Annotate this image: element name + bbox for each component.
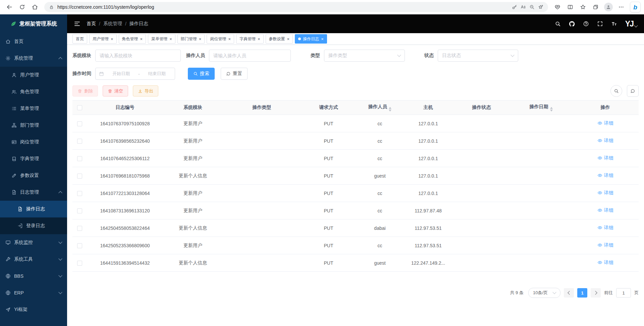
goto-page-input[interactable] xyxy=(616,288,631,298)
breadcrumb-system-mgmt[interactable]: 系统管理 xyxy=(103,21,122,27)
tab-user-mgmt[interactable]: 用户管理× xyxy=(89,34,117,44)
detail-link[interactable]: 详细 xyxy=(597,207,613,213)
operator-input[interactable] xyxy=(209,50,291,62)
close-tab-icon[interactable]: × xyxy=(111,37,113,41)
detail-link[interactable]: 详细 xyxy=(597,190,613,196)
profile-button[interactable] xyxy=(602,1,614,13)
sidebar-item-role-mgmt[interactable]: 角色管理 xyxy=(0,83,67,100)
detail-link[interactable]: 详细 xyxy=(597,225,613,231)
tab-post-mgmt[interactable]: 岗位管理× xyxy=(207,34,234,44)
header-operator-sortable[interactable]: 操作人员 xyxy=(356,101,404,115)
page-1-button[interactable]: 1 xyxy=(577,288,587,298)
sidebar-item-log-mgmt[interactable]: 日志管理 xyxy=(0,184,67,201)
favorites-button[interactable] xyxy=(577,1,589,13)
detail-link[interactable]: 详细 xyxy=(597,242,613,248)
row-checkbox[interactable] xyxy=(77,243,82,248)
sidebar-item-yi-framework[interactable]: Yi框架 xyxy=(0,301,67,318)
sidebar-item-param-settings[interactable]: 参数设置 xyxy=(0,167,67,184)
next-page-button[interactable] xyxy=(591,288,601,298)
header-search-button[interactable] xyxy=(555,21,561,27)
close-tab-icon[interactable]: × xyxy=(169,37,172,41)
browser-essentials-button[interactable] xyxy=(551,1,564,13)
sidebar-item-system-monitor[interactable]: 系统监控 xyxy=(0,234,67,251)
sidebar-item-dept-mgmt[interactable]: 部门管理 xyxy=(0,117,67,134)
delete-button[interactable]: 删除 xyxy=(72,85,98,96)
bing-chat-button[interactable]: b xyxy=(630,2,641,12)
detail-link[interactable]: 详细 xyxy=(597,173,613,179)
breadcrumb-home[interactable]: 首页 xyxy=(87,21,96,27)
detail-link[interactable]: 详细 xyxy=(597,155,613,161)
sidebar-item-bbs[interactable]: BBS xyxy=(0,268,67,284)
refresh-table-button[interactable] xyxy=(627,85,639,97)
page-size-select[interactable]: 10条/页 xyxy=(528,288,560,298)
address-bar[interactable]: https://ccnetcore.com:1101/system/log/op… xyxy=(44,2,548,12)
tab-menu-mgmt[interactable]: 菜单管理× xyxy=(148,34,175,44)
toggle-search-button[interactable] xyxy=(610,85,622,97)
clear-button[interactable]: 清空 xyxy=(103,85,128,96)
tab-role-mgmt[interactable]: 角色管理× xyxy=(119,34,146,44)
row-checkbox[interactable] xyxy=(77,208,82,213)
detail-link[interactable]: 详细 xyxy=(597,138,613,144)
tab-dept-mgmt[interactable]: 部门管理× xyxy=(177,34,205,44)
cell-checkbox xyxy=(72,132,87,150)
export-button[interactable]: 导出 xyxy=(133,85,158,96)
close-tab-icon[interactable]: × xyxy=(228,37,231,41)
row-checkbox[interactable] xyxy=(77,226,82,231)
url-text[interactable]: https://ccnetcore.com:1101/system/log/op… xyxy=(57,4,508,10)
row-checkbox[interactable] xyxy=(77,174,82,179)
tab-dict-mgmt[interactable]: 字典管理× xyxy=(236,34,264,44)
type-select[interactable]: 操作类型 xyxy=(324,50,405,62)
status-select[interactable]: 日志状态 xyxy=(438,50,518,62)
sidebar-item-dict-mgmt[interactable]: 字典管理 xyxy=(0,150,67,167)
sidebar-item-system-mgmt[interactable]: 系统管理 xyxy=(0,50,67,67)
tab-param-settings[interactable]: 参数设置× xyxy=(266,34,293,44)
sort-carets-icon[interactable] xyxy=(389,107,391,112)
close-tab-icon[interactable]: × xyxy=(199,37,202,41)
zoom-out-icon[interactable] xyxy=(529,4,535,10)
add-favorite-icon[interactable] xyxy=(538,4,543,10)
read-aloud-icon[interactable] xyxy=(521,4,526,10)
row-checkbox[interactable] xyxy=(77,156,82,161)
detail-link[interactable]: 详细 xyxy=(597,260,613,266)
password-key-icon[interactable] xyxy=(512,4,517,10)
sidebar-item-post-mgmt[interactable]: 岗位管理 xyxy=(0,134,67,150)
sidebar-item-home[interactable]: 首页 xyxy=(0,33,67,50)
sidebar-item-erp[interactable]: ERP xyxy=(0,284,67,301)
tab-oper-log[interactable]: 操作日志× xyxy=(295,34,327,44)
search-button[interactable]: 搜索 xyxy=(188,68,215,80)
sort-carets-icon[interactable] xyxy=(550,107,553,112)
detail-link[interactable]: 详细 xyxy=(597,120,613,126)
select-all-checkbox[interactable] xyxy=(77,105,82,110)
sidebar-item-menu-mgmt[interactable]: 菜单管理 xyxy=(0,100,67,117)
fullscreen-button[interactable] xyxy=(597,21,603,27)
prev-page-button[interactable] xyxy=(564,288,574,298)
reset-button[interactable]: 重置 xyxy=(221,68,248,80)
row-checkbox[interactable] xyxy=(77,121,82,126)
sidebar-item-system-tools[interactable]: 系统工具 xyxy=(0,251,67,268)
date-range-picker[interactable]: 开始日期 - 结束日期 xyxy=(95,68,175,80)
sidebar-item-user-mgmt[interactable]: 用户管理 xyxy=(0,67,67,83)
row-checkbox[interactable] xyxy=(77,261,82,266)
close-tab-icon[interactable]: × xyxy=(287,37,290,41)
row-checkbox[interactable] xyxy=(77,139,82,144)
collections-button[interactable] xyxy=(590,1,602,13)
close-tab-icon[interactable]: × xyxy=(140,37,143,41)
user-menu[interactable]: YJ xyxy=(625,20,637,28)
font-size-button[interactable] xyxy=(611,21,617,27)
sidebar-item-oper-log[interactable]: 操作日志 xyxy=(0,201,67,217)
row-checkbox[interactable] xyxy=(77,191,82,196)
header-date-sortable[interactable]: 操作日期 xyxy=(510,101,572,115)
browser-refresh-button[interactable] xyxy=(16,1,28,13)
tab-home[interactable]: 首页 xyxy=(72,34,87,44)
help-button[interactable] xyxy=(583,21,589,27)
browser-menu-button[interactable] xyxy=(615,1,627,13)
sidebar-toggle-button[interactable] xyxy=(74,20,80,27)
github-button[interactable] xyxy=(569,21,575,27)
close-tab-icon[interactable]: × xyxy=(258,37,260,41)
close-tab-icon[interactable]: × xyxy=(321,37,324,41)
sidebar-item-login-log[interactable]: 登录日志 xyxy=(0,217,67,234)
module-input[interactable] xyxy=(95,50,181,62)
browser-home-button[interactable] xyxy=(29,1,41,13)
browser-back-button[interactable] xyxy=(3,1,15,13)
split-screen-button[interactable] xyxy=(564,1,576,13)
